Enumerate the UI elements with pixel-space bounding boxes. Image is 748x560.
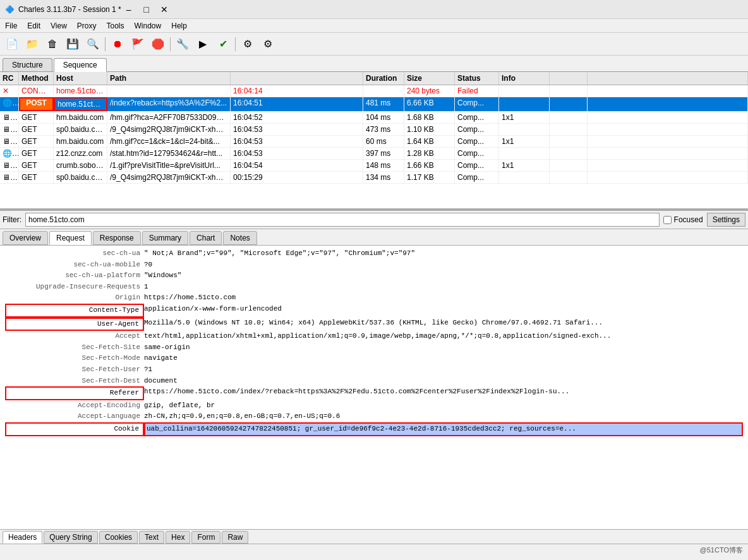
tab-overview[interactable]: Overview [3,231,48,245]
method: CONNECT [19,85,54,97]
size: 1.17 KB [404,172,455,183]
req-key: Sec-Fetch-Mode [5,353,144,364]
menu-proxy[interactable]: Proxy [72,20,102,32]
start: 16:04:51 [231,97,363,111]
path: /index?reback=https%3A%2F%2... [107,97,231,111]
method: GET [19,148,54,159]
filter-bar: Filter: Focused Settings [0,210,748,229]
rc: ✕ [0,85,19,97]
menu-window[interactable]: Window [130,20,167,32]
tab-chart[interactable]: Chart [190,231,222,245]
blank [550,97,588,111]
req-key-user-agent: User-Agent [5,318,144,331]
request-table-pane: RC Method Host Path Duration Size Status… [0,72,748,210]
req-val: uab_collina=164206059242747822450851; gr… [144,422,743,436]
table-row[interactable]: 🖥 200 GET sp0.baidu.com /9_Q4simg2RQJ8t7… [0,124,748,136]
host: crumb.sobot.c... [54,160,107,171]
filter-input[interactable] [25,213,660,227]
toolbar-filter[interactable]: 🚩 [128,35,147,54]
request-row: Referer https://home.51cto.com/index/?re… [5,386,743,400]
bottom-sub-tabs: Headers Query String Cookies Text Hex Fo… [0,529,748,544]
rc: 🌐 200 [0,97,19,111]
toolbar-settings[interactable]: ⚙ [258,35,277,54]
subtab-cookies[interactable]: Cookies [99,531,138,544]
focused-checkbox[interactable] [663,216,672,224]
host: home.51cto.com [54,85,107,97]
req-key: Sec-Fetch-User [5,364,144,376]
status: Failed [455,85,499,97]
toolbar-new[interactable]: 📄 [3,35,21,54]
settings-button[interactable]: Settings [707,213,745,227]
request-row: Origin https://home.51cto.com [5,292,743,304]
status: Comp... [455,136,499,147]
duration [363,85,404,97]
menu-tools[interactable]: Tools [102,20,130,32]
tab-summary[interactable]: Summary [142,231,188,245]
status: Comp... [455,112,499,123]
subtab-raw[interactable]: Raw [222,531,248,544]
table-row[interactable]: 🌐 200 POST home.51cto.com /index?reback=… [0,97,748,112]
req-key: sec-ch-ua [5,248,144,259]
menu-help[interactable]: Help [166,20,192,32]
req-val: ?1 [144,364,743,376]
toolbar-block[interactable]: 🛑 [148,35,167,54]
table-row[interactable]: 🖥 200 GET sp0.baidu.com /9_Q4simg2RQJ8t7… [0,172,748,184]
toolbar-resume[interactable]: ▶ [193,35,212,54]
req-key: Accept-Language [5,411,144,422]
table-row[interactable]: 🖥 200 GET hm.baidu.com /hm.gif?cc=1&ck=1… [0,136,748,148]
toolbar-search[interactable]: 🔍 [83,35,102,54]
col-path: Path [107,72,231,85]
blank [550,160,588,171]
menu-view[interactable]: View [45,20,72,32]
info: 1x1 [499,112,550,123]
host: sp0.baidu.com [54,172,107,183]
start: 16:04:52 [231,112,363,123]
tab-notes[interactable]: Notes [223,231,256,245]
maximize-button[interactable]: □ [139,3,154,16]
menu-file[interactable]: File [0,20,22,32]
table-row[interactable]: 🖥 200 GET crumb.sobot.c... /1.gif?preVis… [0,160,748,172]
table-row[interactable]: ✕ CONNECT home.51cto.com 16:04:14 240 by… [0,85,748,97]
toolbar-save[interactable]: 💾 [63,35,82,54]
toolbar-tools[interactable]: ⚙ [238,35,257,54]
tab-sequence[interactable]: Sequence [54,58,107,72]
table-row[interactable]: 🌐 200 GET z12.cnzz.com /stat.htm?id=1279… [0,148,748,160]
toolbar-delete[interactable]: 🗑 [43,35,62,54]
tab-structure[interactable]: Structure [3,58,52,71]
tab-response[interactable]: Response [93,231,141,245]
rc: 🖥 200 [0,112,19,123]
start: 16:04:14 [231,85,363,97]
duration: 134 ms [363,172,404,183]
toolbar-record-stop[interactable]: ⏺ [108,35,127,54]
blank2 [588,172,748,183]
table-row[interactable]: 🖥 200 GET hm.baidu.com /hm.gif?hca=A2FF7… [0,112,748,124]
rc: 🖥 200 [0,172,19,183]
toolbar-open[interactable]: 📁 [23,35,42,54]
size: 1.68 KB [404,112,455,123]
method: GET [19,136,54,147]
toolbar-breakpoint[interactable]: 🔧 [173,35,192,54]
tab-request[interactable]: Request [49,231,92,245]
host: hm.baidu.com [54,136,107,147]
subtab-headers[interactable]: Headers [3,531,42,544]
menu-edit[interactable]: Edit [22,20,45,32]
req-val: zh-CN,zh;q=0.9,en;q=0.8,en-GB;q=0.7,en-U… [144,411,743,422]
subtab-text[interactable]: Text [139,531,164,544]
minimize-button[interactable]: – [121,3,136,16]
status: Comp... [455,148,499,159]
blank2 [588,97,748,111]
blank [550,85,588,97]
request-content: sec-ch-ua " Not;A Brand";v="99", "Micros… [0,246,748,529]
window-controls: – □ ✕ [121,3,172,16]
req-key-referer: Referer [5,386,144,400]
subtab-query-string[interactable]: Query String [44,531,97,544]
subtab-form[interactable]: Form [191,531,220,544]
req-key: Accept-Encoding [5,400,144,412]
request-row: sec-ch-ua-platform "Windows" [5,270,743,282]
col-info: Info [499,72,550,85]
bottom-pane: Overview Request Response Summary Chart … [0,229,748,544]
subtab-hex[interactable]: Hex [166,531,190,544]
close-button[interactable]: ✕ [157,3,172,16]
method: GET [19,112,54,123]
toolbar-rerun[interactable]: ✔ [214,35,232,54]
